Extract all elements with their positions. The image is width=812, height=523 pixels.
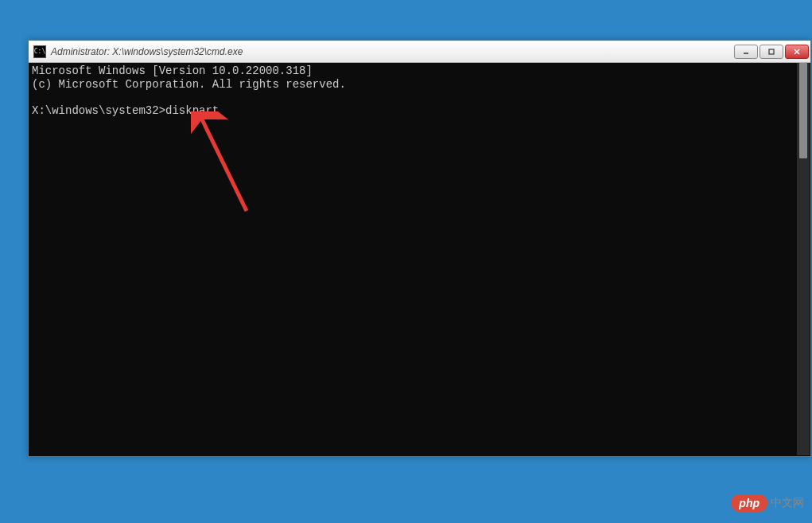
scrollbar-thumb[interactable] [799, 63, 807, 158]
minimize-button[interactable] [734, 45, 758, 59]
watermark-text: 中文网 [771, 496, 804, 510]
close-button[interactable] [785, 45, 809, 59]
window-title: Administrator: X:\windows\system32\cmd.e… [51, 46, 734, 57]
cmd-window: C:\ Administrator: X:\windows\system32\c… [28, 40, 811, 457]
watermark: php 中文网 [731, 494, 804, 512]
titlebar[interactable]: C:\ Administrator: X:\windows\system32\c… [29, 41, 810, 63]
terminal-output[interactable]: Microsoft Windows [Version 10.0.22000.31… [29, 63, 810, 456]
maximize-button[interactable] [760, 45, 783, 59]
terminal-line: Microsoft Windows [Version 10.0.22000.31… [32, 64, 313, 77]
scrollbar[interactable] [797, 63, 810, 455]
cmd-icon: C:\ [33, 45, 46, 58]
svg-rect-1 [769, 49, 774, 54]
window-controls [734, 45, 809, 59]
watermark-logo: php [731, 494, 767, 512]
terminal-line: (c) Microsoft Corporation. All rights re… [32, 78, 346, 91]
terminal-command: diskpart [165, 104, 219, 117]
terminal-prompt: X:\windows\system32> [32, 104, 165, 117]
